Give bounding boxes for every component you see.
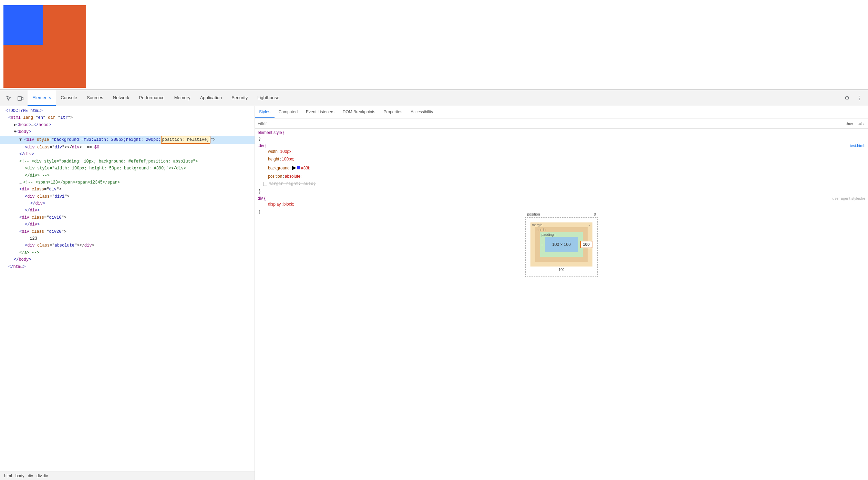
dom-line[interactable]: ▼<body> bbox=[0, 128, 255, 135]
box-model-container: position 0 margin - border bbox=[525, 217, 598, 277]
tab-security[interactable]: Security bbox=[227, 90, 252, 106]
css-prop-display: display : block; bbox=[258, 201, 865, 208]
breadcrumb-body[interactable]: body bbox=[14, 473, 26, 479]
breadcrumb-div[interactable]: div bbox=[27, 473, 34, 479]
dom-line[interactable]: <html lang="en" dir="ltr"> bbox=[0, 114, 255, 121]
dom-line[interactable]: <div class="div1"> bbox=[0, 193, 255, 200]
breadcrumb-divdiv[interactable]: div.div bbox=[35, 473, 49, 479]
tab-console[interactable]: Console bbox=[56, 90, 82, 106]
styles-tab-dom-breakpoints[interactable]: DOM Breakpoints bbox=[339, 106, 380, 118]
css-rule-div-ua: div { user agent styleshe display : bloc… bbox=[258, 196, 865, 215]
tab-elements[interactable]: Elements bbox=[28, 90, 56, 106]
bm-position-label: position bbox=[527, 212, 540, 216]
tab-lighthouse[interactable]: Lighthouse bbox=[252, 90, 284, 106]
tab-sources[interactable]: Sources bbox=[82, 90, 108, 106]
tab-application[interactable]: Application bbox=[195, 90, 227, 106]
css-rule-div: .div { test.html: width : 100px; height bbox=[258, 143, 865, 194]
settings-icon[interactable]: ⚙ bbox=[841, 92, 853, 104]
filter-bar: :hov .cls bbox=[255, 118, 868, 129]
dom-line[interactable]: ▶<head>…</head> bbox=[0, 122, 255, 128]
device-toolbar-icon[interactable] bbox=[14, 92, 26, 104]
bm-content-box: 100 × 100 100 bbox=[545, 237, 578, 252]
preview-area bbox=[0, 0, 868, 90]
tab-list: Elements Console Sources Network Perform… bbox=[28, 90, 284, 106]
bm-position-layer: position 0 margin - border bbox=[525, 217, 598, 277]
dom-line[interactable]: <div class="absolute"></div> bbox=[0, 242, 255, 249]
dom-line[interactable]: </div> --> bbox=[0, 172, 255, 179]
styles-tab-styles[interactable]: Styles bbox=[255, 106, 275, 118]
tab-performance[interactable]: Performance bbox=[134, 90, 169, 106]
dom-line[interactable]: </a> --> bbox=[0, 249, 255, 256]
css-source-link[interactable]: test.html: bbox=[850, 144, 865, 148]
bm-border-box: border padding - - 100 × 100 bbox=[535, 227, 588, 262]
css-prop-height: height : 100px; bbox=[258, 156, 865, 163]
hov-button[interactable]: :hov bbox=[844, 121, 855, 126]
dom-line[interactable]: 123 bbox=[0, 235, 255, 242]
dom-line[interactable]: </div> bbox=[0, 207, 255, 214]
bm-bottom-val: 100 bbox=[530, 268, 592, 272]
styles-rules: element.style { } .div { test.html: widt… bbox=[255, 129, 868, 281]
css-prop-margin-right: margin-right: auto; bbox=[258, 180, 865, 188]
dom-line[interactable]: </div> bbox=[0, 151, 255, 158]
dom-panel: <!DOCTYPE html> <html lang="en" dir="ltr… bbox=[0, 106, 255, 480]
color-swatch[interactable] bbox=[297, 166, 300, 169]
tab-end-icons: ⚙ ⋮ bbox=[841, 92, 865, 104]
styles-tab-computed[interactable]: Computed bbox=[275, 106, 302, 118]
inspect-icon[interactable] bbox=[3, 92, 14, 104]
dom-content[interactable]: <!DOCTYPE html> <html lang="en" dir="ltr… bbox=[0, 106, 255, 471]
dom-line[interactable]: </div> bbox=[0, 200, 255, 207]
blue-box bbox=[3, 5, 43, 45]
ua-source-label: user agent styleshe bbox=[833, 196, 865, 200]
bm-position-val: 0 bbox=[594, 212, 596, 216]
bm-padding-box: padding - - 100 × 100 100 bbox=[540, 232, 583, 257]
breadcrumb-html[interactable]: html bbox=[3, 473, 13, 479]
tab-network[interactable]: Network bbox=[108, 90, 134, 106]
dom-line[interactable]: … <!-- <span>123</span><span>12345</span… bbox=[0, 179, 255, 186]
svg-rect-1 bbox=[22, 97, 23, 100]
dom-line[interactable]: <div class="div20"> bbox=[0, 228, 255, 235]
filter-buttons: :hov .cls bbox=[844, 121, 865, 126]
css-prop-background: background : ▶ #33f; bbox=[258, 163, 865, 173]
dom-line[interactable]: <div class="div"> bbox=[0, 186, 255, 193]
styles-tab-accessibility[interactable]: Accessibility bbox=[406, 106, 437, 118]
bm-margin-box: margin - border padding - - bbox=[530, 222, 592, 267]
svg-rect-0 bbox=[18, 96, 21, 101]
filter-input[interactable] bbox=[258, 121, 841, 126]
styles-panel: Styles Computed Event Listeners DOM Brea… bbox=[255, 106, 868, 480]
css-prop-width: width : 100px; bbox=[258, 148, 865, 156]
bm-highlighted-right: 100 bbox=[580, 241, 592, 248]
dom-line[interactable]: </body> bbox=[0, 256, 255, 263]
dom-line[interactable]: <div class="div"></div> == $0 bbox=[0, 144, 255, 151]
css-prop-position: position : absolute; bbox=[258, 173, 865, 180]
dom-line[interactable]: <!-- <div style="padding: 10px; backgrou… bbox=[0, 158, 255, 165]
css-checkbox[interactable] bbox=[263, 182, 267, 186]
cls-button[interactable]: .cls bbox=[856, 121, 866, 126]
box-model: position 0 margin - border bbox=[260, 217, 862, 277]
tab-bar: Elements Console Sources Network Perform… bbox=[0, 90, 868, 106]
dom-line[interactable]: <div style="width: 100px; height: 50px; … bbox=[0, 165, 255, 172]
dom-line[interactable]: <!DOCTYPE html> bbox=[0, 107, 255, 114]
main-content: <!DOCTYPE html> <html lang="en" dir="ltr… bbox=[0, 106, 868, 480]
dom-line[interactable]: </div> bbox=[0, 221, 255, 228]
dom-line[interactable]: <div class="div10"> bbox=[0, 214, 255, 221]
tab-memory[interactable]: Memory bbox=[169, 90, 195, 106]
dom-line[interactable]: </html> bbox=[0, 263, 255, 270]
devtools-panel: Elements Console Sources Network Perform… bbox=[0, 90, 868, 480]
more-options-icon[interactable]: ⋮ bbox=[854, 92, 865, 104]
styles-tab-properties[interactable]: Properties bbox=[379, 106, 406, 118]
styles-tabs: Styles Computed Event Listeners DOM Brea… bbox=[255, 106, 868, 118]
dom-line-selected[interactable]: ▼ <div style="background:#f33;width: 200… bbox=[0, 136, 255, 144]
breadcrumb: html body div div.div bbox=[0, 471, 255, 480]
css-rule-element-style: element.style { } bbox=[258, 130, 865, 141]
styles-tab-event-listeners[interactable]: Event Listeners bbox=[302, 106, 339, 118]
